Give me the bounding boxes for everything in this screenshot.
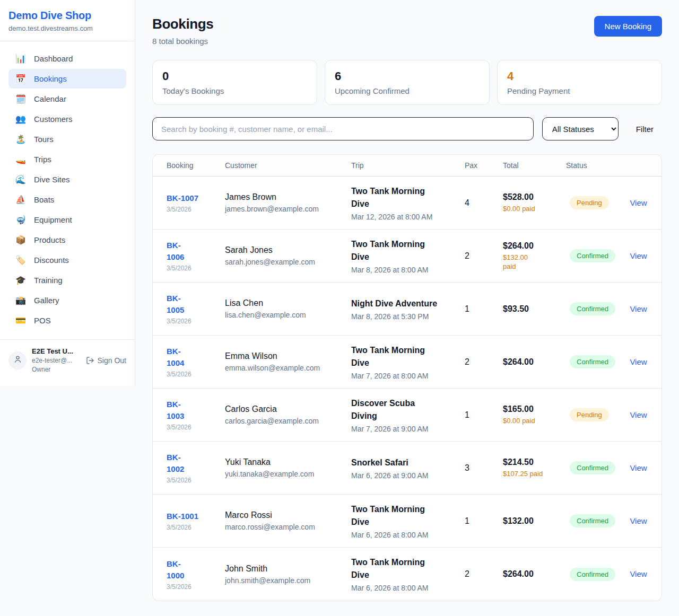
new-booking-button[interactable]: New Booking <box>594 16 662 37</box>
sidebar-item-products[interactable]: 📦 Products <box>8 230 126 250</box>
total-amount: $264.00 <box>503 357 566 367</box>
trip-datetime: Mar 6, 2026 at 9:00 AM <box>351 471 465 480</box>
sidebar-item-label: Dashboard <box>34 54 73 63</box>
equipment-icon: 🤿 <box>15 216 26 224</box>
sidebar-item-label: Trips <box>34 155 51 164</box>
booking-id-link[interactable]: BK- 1006 <box>167 241 184 261</box>
col-header-booking: Booking <box>167 161 225 170</box>
table-body: BK-1007 3/5/2026 James Brown james.brown… <box>153 177 661 601</box>
user-section: E2E Test U... e2e-tester@... Owner Sign … <box>0 339 135 381</box>
filter-button[interactable]: Filter <box>636 125 654 134</box>
view-link[interactable]: View <box>630 569 647 578</box>
view-link[interactable]: View <box>630 516 647 525</box>
booking-date: 3/5/2026 <box>167 583 220 591</box>
paid-amount: $107.25 paid <box>503 469 566 478</box>
trip-datetime: Mar 6, 2026 at 8:00 AM <box>351 531 465 539</box>
boats-icon: ⛵ <box>15 196 26 204</box>
booking-id-link[interactable]: BK- 1004 <box>167 347 184 367</box>
booking-date: 3/5/2026 <box>167 424 220 431</box>
page-header-text: Bookings 8 total bookings <box>152 16 213 46</box>
training-icon: 🎓 <box>15 276 26 285</box>
table-header-row: Booking Customer Trip Pax Total Status <box>153 155 661 177</box>
sidebar-item-label: Bookings <box>34 74 67 83</box>
sidebar-item-label: Tours <box>34 135 54 144</box>
sidebar-item-dive-sites[interactable]: 🌊 Dive Sites <box>8 170 126 189</box>
sidebar-item-training[interactable]: 🎓 Training <box>8 270 126 290</box>
sidebar-item-label: Boats <box>34 195 54 204</box>
total-amount: $264.00 <box>503 241 566 251</box>
pax-count: 3 <box>465 463 503 473</box>
customer-email: sarah.jones@example.com <box>225 258 351 266</box>
booking-id-link[interactable]: BK-1007 <box>167 193 198 203</box>
bookings-table: Booking Customer Trip Pax Total Status B… <box>152 154 662 601</box>
view-link[interactable]: View <box>630 198 647 207</box>
status-badge: Confirmed <box>570 249 615 262</box>
trip-datetime: Mar 7, 2026 at 8:00 AM <box>351 372 465 380</box>
booking-id-link[interactable]: BK- 1005 <box>167 294 184 314</box>
trips-icon: 🚤 <box>15 155 26 164</box>
sidebar-item-trips[interactable]: 🚤 Trips <box>8 149 126 169</box>
view-link[interactable]: View <box>630 410 647 419</box>
sidebar-nav: 📊 Dashboard 📅 Bookings 🗓️ Calendar 👥 Cus… <box>0 41 135 336</box>
pax-count: 1 <box>465 410 503 420</box>
stats-row: 0 Today's Bookings 6 Upcoming Confirmed … <box>152 60 662 105</box>
sidebar-item-pos[interactable]: 💳 POS <box>8 311 126 330</box>
dashboard-icon: 📊 <box>15 55 26 63</box>
sidebar-item-customers[interactable]: 👥 Customers <box>8 109 126 129</box>
booking-date: 3/5/2026 <box>167 524 220 531</box>
status-badge: Confirmed <box>570 355 615 368</box>
stat-card-upcoming-confirmed: 6 Upcoming Confirmed <box>325 60 490 105</box>
customer-name: Marco Rossi <box>225 511 351 520</box>
user-role: Owner <box>32 366 81 373</box>
booking-id-link[interactable]: BK- 1002 <box>167 453 184 473</box>
view-link[interactable]: View <box>630 357 647 366</box>
booking-id-link[interactable]: BK-1001 <box>167 512 198 521</box>
products-icon: 📦 <box>15 236 26 244</box>
trip-name: Night Dive Adventure <box>351 297 465 310</box>
view-link[interactable]: View <box>630 251 647 260</box>
customer-name: James Brown <box>225 192 351 202</box>
gallery-icon: 📸 <box>15 296 26 305</box>
sidebar-item-discounts[interactable]: 🏷️ Discounts <box>8 250 126 270</box>
sidebar-item-calendar[interactable]: 🗓️ Calendar <box>8 89 126 109</box>
stat-value: 0 <box>162 69 307 83</box>
stat-label: Today's Bookings <box>162 86 307 95</box>
status-select[interactable]: All Statuses <box>542 117 619 140</box>
table-row: BK- 1003 3/5/2026 Carlos Garcia carlos.g… <box>153 389 661 442</box>
stat-label: Upcoming Confirmed <box>335 86 480 95</box>
paid-amount: $0.00 paid <box>503 416 566 425</box>
pax-count: 2 <box>465 357 503 367</box>
booking-date: 3/5/2026 <box>167 265 220 272</box>
trip-datetime: Mar 6, 2026 at 8:00 AM <box>351 584 465 592</box>
customer-email: carlos.garcia@example.com <box>225 417 351 425</box>
customer-email: marco.rossi@example.com <box>225 523 351 531</box>
booking-id-link[interactable]: BK- 1003 <box>167 400 184 420</box>
customer-name: Sarah Jones <box>225 245 351 255</box>
view-link[interactable]: View <box>630 304 647 313</box>
sidebar-item-dashboard[interactable]: 📊 Dashboard <box>8 49 126 68</box>
shop-name: Demo Dive Shop <box>8 10 126 22</box>
search-input[interactable] <box>152 117 534 140</box>
booking-id-link[interactable]: BK- 1000 <box>167 559 184 580</box>
table-row: BK- 1005 3/5/2026 Lisa Chen lisa.chen@ex… <box>153 283 661 336</box>
trip-name: Two Tank Morning Dive <box>351 238 465 263</box>
view-link[interactable]: View <box>630 463 647 472</box>
trip-datetime: Mar 8, 2026 at 8:00 AM <box>351 266 465 274</box>
status-badge: Pending <box>570 408 609 421</box>
sign-out-label: Sign Out <box>98 356 126 365</box>
customer-email: lisa.chen@example.com <box>225 311 351 319</box>
total-amount: $214.50 <box>503 457 566 467</box>
status-badge: Confirmed <box>570 514 615 527</box>
sidebar: Demo Dive Shop demo.test.divestreams.com… <box>0 0 135 386</box>
discounts-icon: 🏷️ <box>15 256 26 265</box>
stat-value: 4 <box>507 69 652 83</box>
sidebar-item-bookings[interactable]: 📅 Bookings <box>8 69 126 89</box>
pos-icon: 💳 <box>15 316 26 325</box>
sidebar-item-equipment[interactable]: 🤿 Equipment <box>8 210 126 230</box>
pax-count: 1 <box>465 304 503 314</box>
sidebar-item-boats[interactable]: ⛵ Boats <box>8 190 126 209</box>
sign-out-button[interactable]: Sign Out <box>86 356 126 365</box>
sidebar-item-label: Calendar <box>34 94 66 103</box>
sidebar-item-tours[interactable]: 🏝️ Tours <box>8 129 126 149</box>
sidebar-item-gallery[interactable]: 📸 Gallery <box>8 291 126 310</box>
